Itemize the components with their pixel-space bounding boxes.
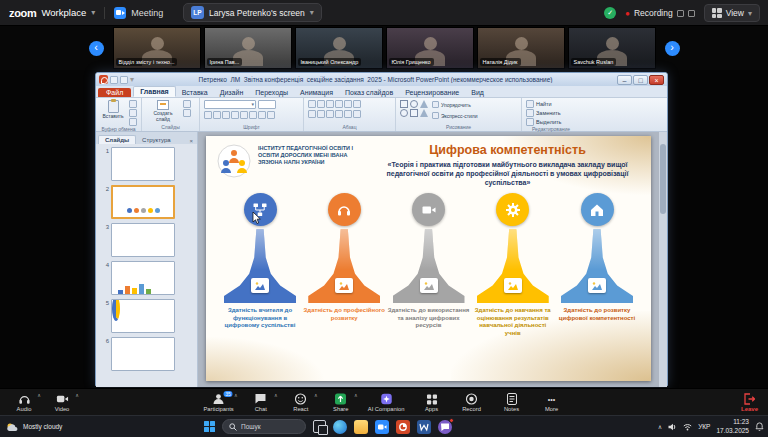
- tab-insert[interactable]: Вставка: [176, 88, 214, 97]
- current-slide[interactable]: ІНСТИТУТ ПЕДАГОГІЧНОЇ ОСВІТИ І ОСВІТИ ДО…: [206, 136, 651, 381]
- tab-animations[interactable]: Анимация: [294, 88, 339, 97]
- maximize-button[interactable]: □: [633, 75, 648, 85]
- italic-button[interactable]: [213, 111, 221, 119]
- align-right-button[interactable]: [326, 110, 334, 118]
- justify-button[interactable]: [335, 110, 343, 118]
- tab-transitions[interactable]: Переходы: [249, 88, 294, 97]
- powerpoint-app-icon[interactable]: [396, 420, 410, 434]
- shapes-gallery[interactable]: [400, 100, 429, 117]
- numbering-button[interactable]: [317, 100, 325, 108]
- next-participants-button[interactable]: ›: [665, 41, 680, 56]
- file-explorer-icon[interactable]: [354, 420, 368, 434]
- slide-thumbnail[interactable]: 3: [102, 223, 193, 257]
- rectangle-shape-icon[interactable]: [400, 100, 408, 108]
- copy-icon[interactable]: [129, 109, 137, 117]
- text-direction-button[interactable]: [353, 100, 361, 108]
- apps-button[interactable]: Apps: [414, 391, 450, 413]
- quick-styles-button[interactable]: Экспресс-стили: [432, 111, 478, 120]
- indent-decrease-button[interactable]: [326, 100, 334, 108]
- replace-button[interactable]: Заменить: [526, 109, 561, 117]
- bullets-button[interactable]: [308, 100, 316, 108]
- caret-up-icon[interactable]: ∧: [274, 392, 278, 398]
- find-button[interactable]: Найти: [526, 100, 552, 108]
- save-icon[interactable]: [110, 76, 118, 84]
- font-name-select[interactable]: [204, 100, 256, 109]
- format-painter-icon[interactable]: [129, 118, 137, 126]
- browser-icon[interactable]: [333, 420, 347, 434]
- participant-video[interactable]: Ірина Пав...: [204, 27, 292, 69]
- tab-view[interactable]: Вид: [465, 88, 490, 97]
- caret-up-icon[interactable]: ∧: [234, 392, 238, 398]
- stop-recording-button[interactable]: [688, 10, 695, 17]
- share-button[interactable]: ∧ Share: [323, 391, 359, 413]
- undo-icon[interactable]: [120, 76, 128, 84]
- chevron-down-icon[interactable]: ▾: [91, 8, 95, 17]
- align-center-button[interactable]: [317, 110, 325, 118]
- new-slide-button[interactable]: Создать слайд: [146, 100, 180, 122]
- caret-up-icon[interactable]: ∧: [75, 392, 79, 398]
- participant-video[interactable]: Іваницький Олександр: [295, 27, 383, 69]
- zoom-app-icon[interactable]: [375, 420, 389, 434]
- weather-widget[interactable]: Mostly cloudy: [0, 422, 62, 432]
- participant-video[interactable]: Відділ змісту і техно...: [113, 27, 201, 69]
- spacing-button[interactable]: [249, 111, 257, 119]
- case-button[interactable]: [258, 111, 266, 119]
- notifications-icon[interactable]: [755, 422, 764, 431]
- layout-icon[interactable]: [183, 100, 191, 108]
- participant-video[interactable]: Юлія Грищенко: [386, 27, 474, 69]
- tab-slides[interactable]: Слайды: [98, 135, 136, 144]
- record-button[interactable]: Record: [454, 391, 490, 413]
- triangle-shape-icon[interactable]: [420, 100, 428, 108]
- canvas-scrollbar[interactable]: [659, 132, 667, 387]
- reset-icon[interactable]: [183, 109, 191, 117]
- shared-screen-pill[interactable]: LP Larysa Petrenko's screen ▾: [183, 3, 322, 22]
- tab-file[interactable]: Файл: [98, 88, 131, 97]
- line-spacing-button[interactable]: [344, 100, 352, 108]
- indent-increase-button[interactable]: [335, 100, 343, 108]
- cut-icon[interactable]: [129, 100, 137, 108]
- slide-thumbnail[interactable]: 4: [102, 261, 193, 295]
- align-left-button[interactable]: [308, 110, 316, 118]
- ai-companion-button[interactable]: AI Companion: [363, 391, 410, 413]
- powerpoint-title-bar[interactable]: ▾ Петренко_ЛМ_Звітна конференція_секційн…: [96, 73, 667, 86]
- tab-outline[interactable]: Структура: [136, 136, 176, 144]
- leave-button[interactable]: Leave: [741, 393, 758, 412]
- participant-video[interactable]: Наталія Дідик: [477, 27, 565, 69]
- wifi-icon[interactable]: [683, 423, 692, 431]
- previous-participants-button[interactable]: ‹: [89, 41, 104, 56]
- meeting-tab[interactable]: Meeting: [131, 8, 163, 18]
- video-button[interactable]: ∧ Video: [44, 391, 80, 413]
- chat-button[interactable]: ∧ Chat: [243, 391, 279, 413]
- language-indicator[interactable]: УКР: [698, 423, 710, 430]
- react-button[interactable]: ∧ React: [283, 391, 319, 413]
- underline-button[interactable]: [222, 111, 230, 119]
- minimize-button[interactable]: –: [617, 75, 632, 85]
- tab-home[interactable]: Главная: [133, 86, 175, 97]
- select-button[interactable]: Выделить: [526, 118, 561, 126]
- caret-up-icon[interactable]: ∧: [314, 392, 318, 398]
- strike-button[interactable]: [240, 111, 248, 119]
- speaker-icon[interactable]: [668, 423, 677, 431]
- notes-button[interactable]: Notes: [494, 391, 530, 413]
- smartart-button[interactable]: [353, 110, 361, 118]
- paste-button[interactable]: Вставить: [100, 100, 126, 120]
- tab-design[interactable]: Дизайн: [214, 88, 250, 97]
- tab-slideshow[interactable]: Показ слайдов: [339, 88, 399, 97]
- caret-up-icon[interactable]: ∧: [354, 392, 358, 398]
- clock[interactable]: 11:23 17.03.2025: [716, 418, 749, 434]
- messenger-app-icon[interactable]: [438, 420, 452, 434]
- slide-thumbnail[interactable]: 6: [102, 337, 193, 371]
- security-shield-icon[interactable]: ✓: [604, 7, 616, 19]
- search-input[interactable]: Пошук: [222, 419, 306, 434]
- participants-button[interactable]: ∧ 35 Participants: [198, 391, 238, 413]
- word-app-icon[interactable]: [417, 420, 431, 434]
- workspace-label[interactable]: Workplace: [42, 7, 87, 18]
- caret-up-icon[interactable]: ∧: [37, 392, 41, 398]
- participant-video[interactable]: Savchuk Ruslan: [568, 27, 656, 69]
- font-size-select[interactable]: [258, 100, 276, 109]
- slide-thumbnail[interactable]: 1: [102, 147, 193, 181]
- view-button[interactable]: View ▾: [704, 4, 760, 22]
- chevron-down-icon[interactable]: ▾: [310, 8, 314, 17]
- slide-thumbnail[interactable]: 5: [102, 299, 193, 333]
- more-button[interactable]: ••• More: [534, 391, 570, 413]
